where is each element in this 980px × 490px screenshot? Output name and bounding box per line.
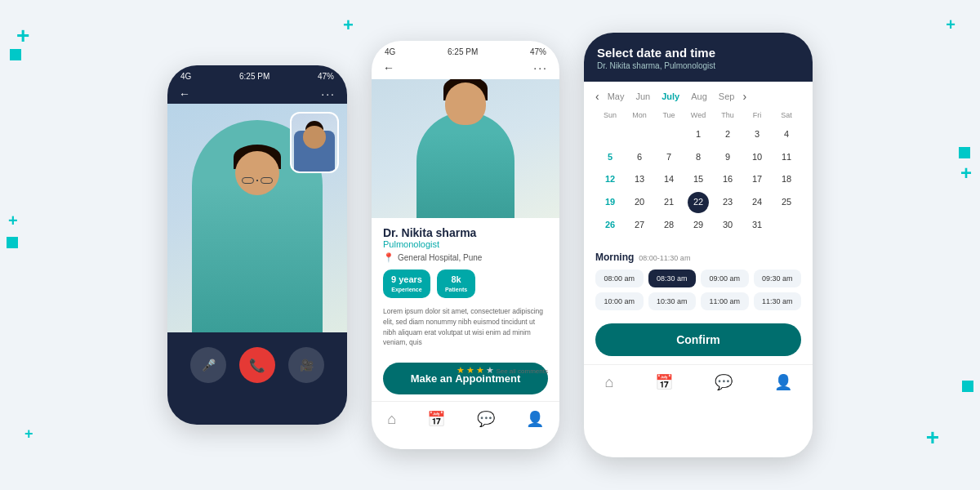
- doctor-face: [235, 151, 279, 195]
- phone1-status-bar: 4G 6:25 PM 47%: [167, 65, 347, 84]
- phones-container: 4G 6:25 PM 47% ← ···: [167, 33, 813, 457]
- cal-day-13[interactable]: 13: [625, 169, 654, 190]
- phone1-battery: 47%: [318, 72, 334, 81]
- cal-day-4[interactable]: 4: [772, 124, 801, 145]
- deco-sq2: [7, 237, 18, 248]
- cal-empty-end: [772, 215, 801, 236]
- doctor-location: 📍 General Hospital, Pune: [383, 252, 548, 263]
- deco-cross-br: +: [926, 426, 939, 449]
- more-options-icon-2[interactable]: ···: [533, 61, 548, 74]
- deco-cross-bl: +: [24, 426, 33, 441]
- dow-sat: Sat: [772, 109, 801, 121]
- back-icon-2[interactable]: ←: [383, 61, 394, 74]
- cal-day-3[interactable]: 3: [742, 124, 772, 145]
- cal-empty: [654, 124, 684, 145]
- star-2: ★: [466, 365, 474, 376]
- time-slots-grid: 08:00 am 08:30 am 09:00 am 09:30 am 10:0…: [595, 270, 801, 310]
- cal-day-12[interactable]: 12: [595, 169, 625, 190]
- experience-value: 9 years: [391, 274, 422, 286]
- cal-day-5[interactable]: 5: [595, 147, 625, 168]
- cal-day-17[interactable]: 17: [742, 169, 772, 190]
- more-options-icon[interactable]: ···: [321, 87, 336, 100]
- location-pin-icon: 📍: [383, 252, 394, 263]
- phone-video-call: 4G 6:25 PM 47% ← ···: [167, 65, 347, 425]
- doctor-description: Lorem ipsum dolor sit amet, consectetuer…: [383, 306, 548, 348]
- cal-day-1[interactable]: 1: [684, 124, 713, 145]
- nav-chat-3[interactable]: 💬: [715, 373, 733, 391]
- mute-button[interactable]: 🎤: [190, 347, 226, 383]
- dow-wed: Wed: [684, 109, 713, 121]
- slot-1030[interactable]: 10:30 am: [648, 292, 697, 310]
- cal-day-14[interactable]: 14: [654, 169, 684, 190]
- week-5: 26 27 28 29 30 31: [595, 215, 801, 236]
- cal-day-8[interactable]: 8: [684, 147, 713, 168]
- month-may[interactable]: May: [604, 90, 628, 103]
- doc-body: [416, 112, 514, 218]
- deco-cross-tl: +: [16, 24, 29, 47]
- nav-chat-2[interactable]: 💬: [477, 410, 495, 428]
- month-sep[interactable]: Sep: [715, 90, 738, 103]
- nav-calendar-3[interactable]: 📅: [655, 373, 673, 391]
- cal-day-20[interactable]: 20: [625, 192, 654, 213]
- confirm-button[interactable]: Confirm: [595, 323, 801, 356]
- patients-label: Patients: [445, 286, 467, 294]
- see-all-comments[interactable]: See all comments: [496, 368, 548, 375]
- cal-day-10[interactable]: 10: [742, 147, 772, 168]
- cal-day-26[interactable]: 26: [595, 215, 625, 236]
- cal-day-18[interactable]: 18: [772, 169, 801, 190]
- cal-day-2[interactable]: 2: [713, 124, 742, 145]
- nav-profile-3[interactable]: 👤: [774, 373, 792, 391]
- cal-day-21[interactable]: 21: [654, 192, 684, 213]
- week-3: 12 13 14 15 16 17 18: [595, 169, 801, 190]
- slot-1130[interactable]: 11:30 am: [754, 292, 802, 310]
- cal-day-7[interactable]: 7: [654, 147, 684, 168]
- back-icon[interactable]: ←: [179, 87, 190, 100]
- cal-day-27[interactable]: 27: [625, 215, 654, 236]
- cal-day-29[interactable]: 29: [684, 215, 713, 236]
- doc-face: [445, 82, 486, 125]
- month-navigation: ‹ May Jun July Aug Sep ›: [595, 90, 801, 103]
- cal-day-19[interactable]: 19: [595, 192, 625, 213]
- nav-home-3[interactable]: ⌂: [604, 374, 613, 391]
- cal-day-30[interactable]: 30: [713, 215, 742, 236]
- week-4: 19 20 21 22 23 24 25: [595, 192, 801, 213]
- slot-0900[interactable]: 09:00 am: [701, 270, 749, 287]
- cal-day-23[interactable]: 23: [713, 192, 742, 213]
- rating-stars: ★ ★ ★ ★ See all comments: [457, 365, 548, 376]
- slot-1100[interactable]: 11:00 am: [701, 292, 749, 310]
- nav-calendar-2[interactable]: 📅: [427, 410, 445, 428]
- cal-day-15[interactable]: 15: [684, 169, 713, 190]
- cal-day-6[interactable]: 6: [625, 147, 654, 168]
- cal-day-22-selected[interactable]: 22: [688, 192, 709, 213]
- prev-month-button[interactable]: ‹: [595, 90, 599, 103]
- doctor-specialty: Pulmonologist: [383, 239, 548, 249]
- slot-0930[interactable]: 09:30 am: [754, 270, 802, 287]
- cal-day-16[interactable]: 16: [713, 169, 742, 190]
- cal-day-9[interactable]: 9: [713, 147, 742, 168]
- phone2-time: 6:25 PM: [448, 47, 478, 56]
- month-aug[interactable]: Aug: [688, 90, 710, 103]
- next-month-button[interactable]: ›: [742, 90, 746, 103]
- mic-icon: 🎤: [202, 359, 216, 372]
- slot-1000[interactable]: 10:00 am: [595, 292, 644, 310]
- calendar-title: Select date and time: [597, 46, 800, 60]
- month-jun[interactable]: Jun: [632, 90, 653, 103]
- phone-doctor-profile: 4G 6:25 PM 47% ← ···: [372, 41, 559, 449]
- phone2-signal: 4G: [385, 47, 395, 56]
- nav-profile-2[interactable]: 👤: [526, 410, 544, 428]
- cal-day-24[interactable]: 24: [742, 192, 772, 213]
- cal-day-11[interactable]: 11: [772, 147, 801, 168]
- cal-day-25[interactable]: 25: [772, 192, 801, 213]
- experience-badge: 9 years Experience: [383, 270, 430, 298]
- slot-0830[interactable]: 08:30 am: [648, 270, 697, 287]
- deco-cross-mm: +: [343, 16, 354, 34]
- cal-day-28[interactable]: 28: [654, 215, 684, 236]
- month-july[interactable]: July: [658, 90, 683, 103]
- slot-0800[interactable]: 08:00 am: [595, 270, 644, 287]
- main-video-area: [167, 104, 347, 332]
- nav-home-2[interactable]: ⌂: [387, 411, 396, 428]
- end-call-button[interactable]: 📞: [239, 347, 275, 383]
- video-button[interactable]: 🎥: [288, 347, 324, 383]
- patients-badge: 8k Patients: [437, 270, 475, 298]
- cal-day-31[interactable]: 31: [742, 215, 772, 236]
